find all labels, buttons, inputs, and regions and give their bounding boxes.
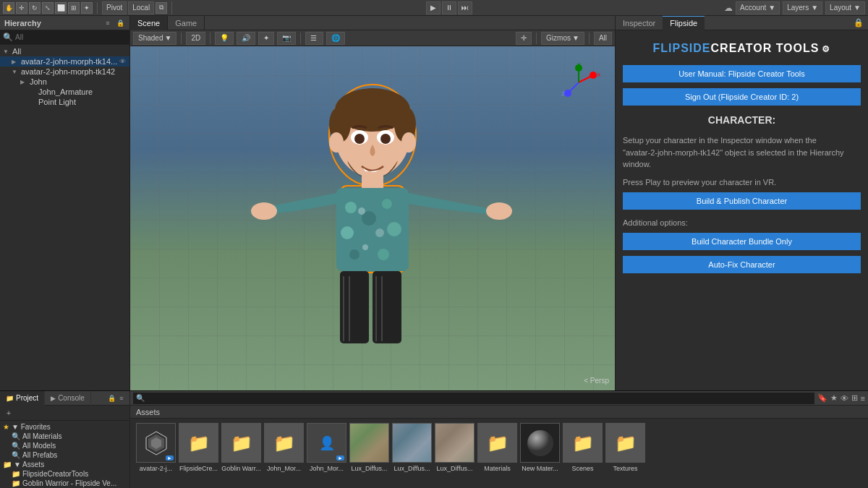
sign-out-button[interactable]: Sign Out (Flipside Creator ID: 2) — [623, 88, 861, 106]
play-controls: ▶ ⏸ ⏭ — [426, 1, 472, 14]
rotate-tool-icon[interactable]: ↻ — [29, 2, 41, 14]
assets-header[interactable]: 📁 ▼ Assets — [3, 460, 127, 469]
svg-point-22 — [367, 238, 378, 249]
inspector-lock-icon[interactable]: 🔒 — [854, 18, 868, 27]
asset-materials[interactable]: 📁 Materials — [477, 423, 517, 473]
build-bundle-button[interactable]: Build Character Bundle Only — [623, 233, 861, 250]
play-button[interactable]: ▶ — [426, 1, 441, 14]
gizmos-btn[interactable]: Gizmos ▼ — [541, 32, 584, 45]
flipside-creator-tools-item[interactable]: 📁 FlipsideCreatorTools — [3, 469, 127, 479]
assets-fav-icon[interactable]: ★ — [830, 393, 838, 403]
build-publish-button[interactable]: Build & Publish Character — [623, 192, 861, 210]
sound-btn[interactable]: 🔊 — [237, 32, 255, 45]
tab-flipside[interactable]: Flipside — [663, 16, 705, 30]
asset-label: John_Mor... — [310, 465, 344, 473]
assets-eye-icon[interactable]: 👁 — [841, 394, 848, 403]
hierarchy-item-john[interactable]: ▶ John — [0, 77, 129, 87]
tab-inspector[interactable]: Inspector — [616, 16, 663, 30]
assets-panel: 🔍 🔖 ★ 👁 ⊞ ≡ Assets ► avata — [130, 391, 868, 488]
step-button[interactable]: ⏭ — [458, 1, 472, 14]
favorites-header[interactable]: ★ ▼ Favorites — [3, 422, 127, 432]
tab-game[interactable]: Game — [168, 16, 205, 30]
effect-btn[interactable]: ✦ — [258, 32, 274, 45]
hierarchy-item-all[interactable]: ▼ All — [0, 46, 129, 56]
all-models-item[interactable]: 🔍 All Models — [3, 441, 127, 450]
hierarchy-item-armature[interactable]: John_Armature — [0, 87, 129, 97]
asset-john-mor1[interactable]: 📁 John_Mor... — [264, 423, 304, 473]
scene-gizmo[interactable]: X Y Z — [557, 61, 600, 104]
shaded-dropdown[interactable]: Shaded ▼ — [133, 32, 176, 45]
2d-toggle[interactable]: 2D — [186, 32, 205, 45]
all-btn[interactable]: All — [594, 32, 612, 45]
asset-scenes[interactable]: 📁 Scenes — [563, 423, 603, 473]
tab-console[interactable]: ▶ Console — [45, 391, 91, 406]
asset-lux-diffus1[interactable]: Lux_Diffus... — [349, 423, 389, 473]
add-button[interactable]: + — [3, 407, 14, 419]
light-btn[interactable]: 💡 — [215, 32, 234, 45]
layers-dropdown[interactable]: Layers ▼ — [783, 1, 822, 14]
project-menu-icon[interactable]: ≡ — [116, 393, 127, 403]
hierarchy-menu-icon[interactable]: ≡ — [103, 18, 113, 28]
extra-tool-icon[interactable]: ⧉ — [156, 2, 167, 14]
bottom-panels: 📁 Project ▶ Console 🔒 ≡ + ★ ▼ Favorites … — [0, 390, 868, 488]
fbx-icon: 👤 — [319, 435, 335, 451]
hierarchy-search-input[interactable] — [15, 33, 127, 41]
transform-tool-icon[interactable]: ⊞ — [68, 2, 80, 14]
assets-search-input[interactable] — [145, 394, 812, 402]
folder-icon: 📁 — [3, 461, 12, 468]
assets-grid-icon[interactable]: ⊞ — [851, 393, 858, 403]
rect-tool-icon[interactable]: ⬜ — [55, 2, 67, 14]
custom-tool-icon[interactable]: ✦ — [81, 2, 93, 14]
asset-textures[interactable]: 📁 Textures — [605, 423, 645, 473]
all-prefabs-item[interactable]: 🔍 All Prefabs — [3, 450, 127, 460]
character-svg — [228, 67, 517, 370]
asset-new-material[interactable]: New Mater... — [520, 423, 560, 473]
tab-scene[interactable]: Scene — [130, 16, 168, 30]
resolution-btn[interactable]: ☰ — [305, 32, 323, 45]
asset-thumb-folder: 📁 — [221, 423, 261, 463]
hierarchy-item-avatar2[interactable]: ▼ avatar-2-john-morph-tk142 — [0, 67, 129, 77]
asset-goblin-warr[interactable]: 📁 Goblin Warr... — [221, 423, 261, 473]
hdri-btn[interactable]: 🌐 — [326, 32, 345, 45]
pause-button[interactable]: ⏸ — [442, 1, 456, 14]
goblin-warrior-item[interactable]: 📁 Goblin Warrior - Flipside Ve... — [3, 479, 127, 488]
auto-fix-button[interactable]: Auto-Fix Character — [623, 256, 861, 273]
asset-play-badge: ► — [336, 455, 344, 461]
hierarchy-item-avatar1[interactable]: ▶ avatar-2-john-morph-tk14... 👁 — [0, 56, 129, 67]
layout-dropdown[interactable]: Layout ▼ — [825, 1, 865, 14]
pivot-button[interactable]: Pivot — [102, 1, 127, 14]
asset-label: Materials — [484, 465, 511, 473]
asset-lux-diffus2[interactable]: Lux_Diffus... — [392, 423, 432, 473]
snap-btn[interactable]: ✛ — [516, 32, 532, 45]
separator — [181, 33, 182, 44]
toolbar-group-pivot: Pivot Local ⧉ — [102, 1, 172, 14]
project-lock-icon[interactable]: 🔒 — [106, 393, 116, 403]
console-tab-label: Console — [58, 394, 85, 402]
hierarchy-lock-icon[interactable]: 🔒 — [115, 18, 125, 28]
asset-john-mor2[interactable]: 👤 ► John_Mor... — [307, 423, 346, 473]
hierarchy-item-pointlight[interactable]: Point Light — [0, 97, 129, 107]
asset-unity-logo[interactable]: ► avatar-2-j... — [136, 423, 176, 473]
hierarchy-arrow: ▼ — [12, 69, 19, 75]
assets-menu-icon[interactable]: ≡ — [861, 394, 865, 403]
account-chevron: ▼ — [768, 4, 775, 12]
hand-tool-icon[interactable]: ✋ — [3, 2, 14, 14]
asset-flipside-cre[interactable]: 📁 FlipsideCre... — [179, 423, 218, 473]
move-tool-icon[interactable]: ✛ — [16, 2, 27, 14]
svg-point-25 — [378, 249, 389, 260]
asset-thumb-sphere — [520, 423, 560, 463]
account-dropdown[interactable]: Account ▼ — [736, 1, 780, 14]
local-button[interactable]: Local — [128, 1, 154, 14]
eye-icon[interactable]: 👁 — [119, 58, 126, 65]
camera-btn[interactable]: 📷 — [277, 32, 296, 45]
asset-thumb-folder: 📁 — [179, 423, 218, 463]
all-materials-item[interactable]: 🔍 All Materials — [3, 432, 127, 441]
tab-project[interactable]: 📁 Project — [0, 391, 45, 406]
assets-bookmark-icon[interactable]: 🔖 — [817, 393, 827, 403]
asset-lux-diffus3[interactable]: Lux_Diffus... — [435, 423, 475, 473]
svg-point-42 — [564, 90, 571, 97]
scene-canvas[interactable]: X Y Z < Persp — [130, 46, 615, 390]
scale-tool-icon[interactable]: ⤡ — [42, 2, 54, 14]
character-description: Setup your character in the Inspector wi… — [623, 134, 861, 171]
user-manual-button[interactable]: User Manual: Flipside Creator Tools — [623, 65, 861, 82]
